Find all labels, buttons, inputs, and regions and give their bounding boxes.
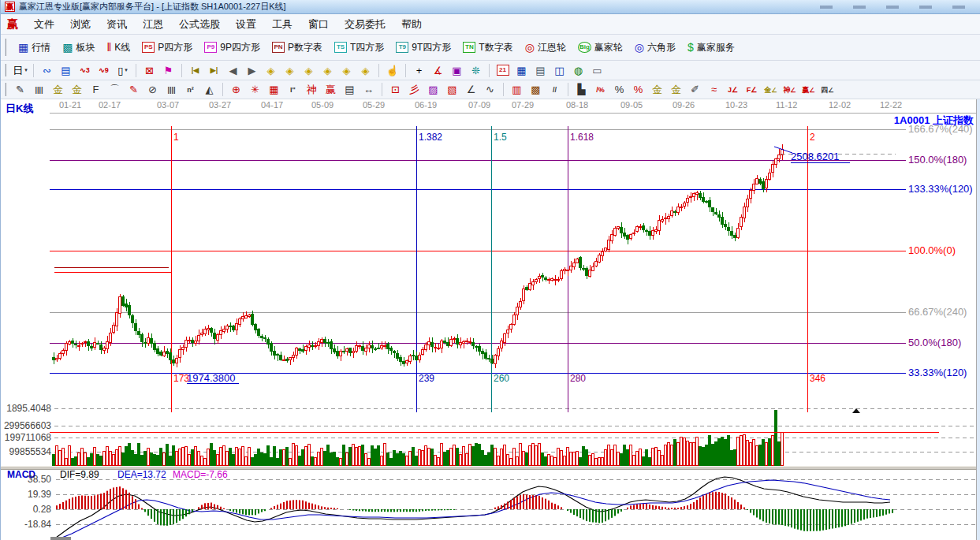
ray-fan-tool-button[interactable]: 彡 <box>405 82 423 98</box>
9t-square-button[interactable]: T99T四方形 <box>392 39 455 57</box>
time-comb-button[interactable]: |||| <box>30 82 48 98</box>
percent-slash-tool-button[interactable]: /% <box>591 82 609 98</box>
calendar-tool-button[interactable]: 21 <box>494 62 512 78</box>
p-square-button[interactable]: PSP四方形 <box>138 39 196 57</box>
menu-item-window[interactable]: 窗口 <box>300 15 337 34</box>
menu-item-trade-commission[interactable]: 交易委托 <box>337 15 393 34</box>
winner-service-button[interactable]: $赢家服务 <box>684 39 739 57</box>
candlestick-series[interactable] <box>52 144 783 368</box>
diamond-expand-h-button[interactable]: ◈ <box>300 62 318 78</box>
winner-wheel-button[interactable]: Big赢家轮 <box>574 39 627 57</box>
pattern-box-tool-button[interactable]: ⊠ <box>140 62 158 78</box>
nav-prev-button-button[interactable]: ◀ <box>224 62 242 78</box>
menu-item-gann[interactable]: 江恩 <box>135 15 171 34</box>
p-number-table-button[interactable]: PNP数字表 <box>268 39 326 57</box>
purple-grid-tool-button[interactable]: ▨ <box>424 82 442 98</box>
nav-next-button-button[interactable]: ▶ <box>243 62 261 78</box>
menu-item-settings[interactable]: 设置 <box>228 15 264 34</box>
red-pencil-button[interactable]: ✎ <box>125 82 143 98</box>
nav-first-button-button[interactable]: |◀ <box>186 62 204 78</box>
quotes-button[interactable]: ▦行情 <box>14 39 54 57</box>
zigzag-tool-button[interactable]: ∿ <box>481 82 499 98</box>
toolbar-grip[interactable] <box>5 64 7 77</box>
toolbar-grip[interactable] <box>5 39 7 56</box>
spiral-tool-button[interactable]: ∾ <box>38 62 56 78</box>
band-wave-tool-button[interactable]: ≈ <box>705 82 723 98</box>
profile-flag-tool-button[interactable]: ⚑ <box>159 62 177 78</box>
t-number-table-button[interactable]: TNT数字表 <box>459 39 516 57</box>
network-tool-button[interactable]: ◍ <box>569 62 587 78</box>
select-box-tool-button[interactable]: ⊡ <box>386 82 404 98</box>
app-menu-icon[interactable]: 赢 <box>7 17 18 32</box>
gold-angle-tool-button[interactable]: 金∠ <box>762 82 780 98</box>
hand-tool-button[interactable]: ☝ <box>383 62 401 78</box>
fractal-tool-button[interactable]: ❊ <box>467 62 485 78</box>
gold-gate-b-button[interactable]: 金 <box>68 82 86 98</box>
gold-gate-a-button[interactable]: 金 <box>49 82 67 98</box>
cross-grid-tool-button[interactable]: ▧ <box>443 82 461 98</box>
brown-net-tool-button[interactable]: ▩ <box>527 82 545 98</box>
candle-type-dropdown-button[interactable]: ▯▾ <box>114 62 132 78</box>
sectors-button[interactable]: ▩板块 <box>58 39 99 57</box>
menu-item-tools[interactable]: 工具 <box>264 15 300 34</box>
n-square-tool-button[interactable]: n² <box>181 82 199 98</box>
diamond-compress-h-button[interactable]: ◈ <box>319 62 337 78</box>
wave-9-tool-button[interactable]: ∿9 <box>95 62 113 78</box>
gold-circle-tool-button[interactable]: 金 <box>648 82 666 98</box>
gann-wheel-button[interactable]: ◎江恩轮 <box>521 39 570 57</box>
percent-line-tool-button[interactable]: % <box>629 82 647 98</box>
parallel-lines-tool-button[interactable]: // <box>546 82 564 98</box>
ying-grid-button[interactable]: 赢 <box>322 82 340 98</box>
width-measure-button[interactable]: ↔ <box>360 82 378 98</box>
percent-tool-button[interactable]: % <box>610 82 628 98</box>
gann-grid-button[interactable]: ▦ <box>265 82 283 98</box>
j-angle-tool-button[interactable]: J∠ <box>724 82 742 98</box>
ying-angle-tool-button[interactable]: 赢∠ <box>799 82 818 98</box>
shen-grid-button[interactable]: 神 <box>303 82 321 98</box>
kline-chart[interactable]: 166.67%(240)150.0%(180)133.33%(120)100.0… <box>1 99 980 540</box>
angle-rays-tool-button[interactable]: ∠ <box>462 82 480 98</box>
kline-button[interactable]: ‖K线 <box>102 39 134 57</box>
menu-item-formula-stock-pick[interactable]: 公式选股 <box>171 15 228 34</box>
print-tool-button[interactable]: ▭ <box>588 62 606 78</box>
horizontal-scrollbar-thumb[interactable] <box>50 537 71 540</box>
gann-box-tool-button[interactable]: ▣ <box>448 62 466 78</box>
red-net-tool-button[interactable]: ▥ <box>508 82 526 98</box>
diamond-shift-left-button[interactable]: ◈ <box>262 62 280 78</box>
menu-item-browse[interactable]: 浏览 <box>62 15 99 34</box>
circle-cycle-tool-button[interactable]: ⊘ <box>143 82 162 98</box>
diamond-shift-right-button[interactable]: ◈ <box>281 62 299 78</box>
kline-tag-button[interactable]: I" <box>284 82 302 98</box>
crosshair-tool-button[interactable]: + <box>410 62 428 78</box>
nav-last-button-button[interactable]: ▶| <box>205 62 223 78</box>
9p-square-button[interactable]: P99P四方形 <box>200 39 264 57</box>
four-angle-tool-button[interactable]: 四∠ <box>818 82 837 98</box>
period-label[interactable]: 日K线 <box>6 102 33 116</box>
menu-item-help[interactable]: 帮助 <box>393 15 430 34</box>
notepad-tool-button[interactable]: ▤ <box>531 62 550 78</box>
menu-item-news[interactable]: 资讯 <box>99 15 135 34</box>
f-angle-tool-button[interactable]: F∠ <box>743 82 761 98</box>
time-ruler-button[interactable]: |||| <box>162 82 181 98</box>
draw-pencil-button[interactable]: ✎ <box>11 82 29 98</box>
fibo-f-tool-button[interactable]: F <box>87 82 105 98</box>
t-square-button[interactable]: TST四方形 <box>330 39 388 57</box>
kline-period-dropdown-button[interactable]: 日▾ <box>11 62 29 78</box>
arc-cycle-tool-button[interactable]: ⌒ <box>106 82 124 98</box>
brush-flag-tool-button[interactable]: ✐ <box>686 82 704 98</box>
stat-bars-tool-button[interactable]: ▙ <box>572 82 591 98</box>
diamond-compress-all-button[interactable]: ◈ <box>356 62 374 78</box>
shen-angle-tool-button[interactable]: 神∠ <box>781 82 799 98</box>
gann-web-button[interactable]: ✳ <box>246 82 264 98</box>
diamond-expand-all-button[interactable]: ◈ <box>337 62 356 78</box>
angle-measure-tool-button[interactable]: ∡ <box>429 62 447 78</box>
save-tool-button[interactable]: ◫ <box>550 62 568 78</box>
gann-fan-circle-button[interactable]: ⊕ <box>227 82 245 98</box>
wave-3-tool-button[interactable]: ∿3 <box>76 62 94 78</box>
report-tool-button[interactable]: ▤ <box>57 62 75 78</box>
ruler-123-button[interactable]: ▤ <box>341 82 359 98</box>
angle-mirror-tool-button[interactable]: ◭ <box>200 82 218 98</box>
titlebar[interactable]: 赢 赢家江恩专业版[赢家内部服务平台] - [上证指数 SH1A0001-227… <box>1 0 980 14</box>
menu-item-file[interactable]: 文件 <box>26 15 62 34</box>
gold-bar-tool-button[interactable]: 金 <box>667 82 685 98</box>
